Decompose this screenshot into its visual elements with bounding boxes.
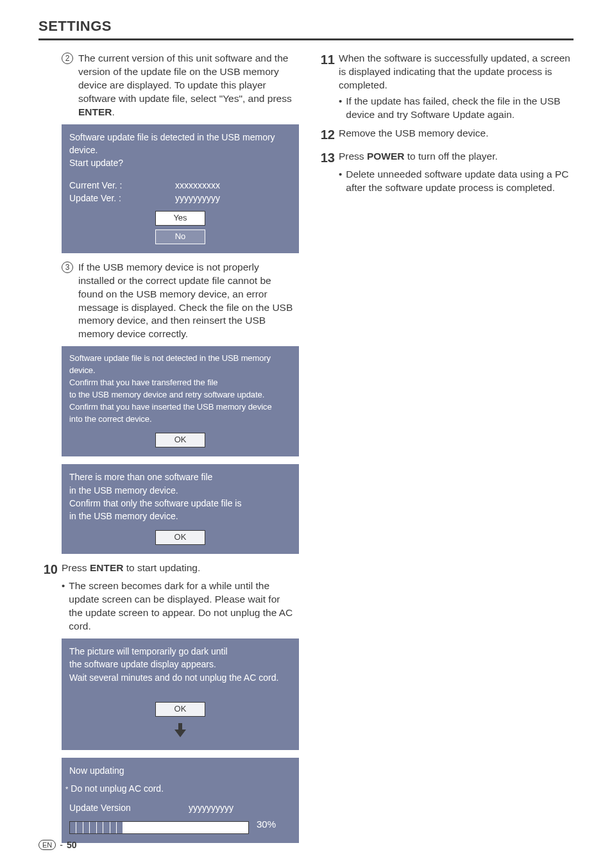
panel-multiple-files: There is more than one software file in …: [62, 464, 299, 554]
current-version-value: xxxxxxxxxx: [159, 179, 236, 192]
title-rule: [38, 38, 574, 40]
dk-l3: Wait several minutes and do not unplug t…: [69, 671, 291, 684]
ok-button-3[interactable]: OK: [155, 702, 205, 717]
progress-bar-fill: [70, 822, 123, 833]
step-13-bullet: • Delete unneeded software update data u…: [316, 168, 574, 195]
bullet-icon-2: •: [339, 95, 342, 122]
step-12-number: 12: [316, 127, 335, 142]
yes-button[interactable]: Yes: [155, 211, 205, 226]
dk-l2: the software update display appears.: [69, 658, 291, 671]
current-version-row: Current Ver. : xxxxxxxxxx: [69, 179, 291, 192]
substep-3-text: If the USB memory device is not properly…: [78, 261, 296, 342]
step-12-text: Remove the USB memory device.: [339, 127, 488, 140]
enter-label: ENTER: [78, 106, 112, 117]
nd-l3: to the USB memory device and retry softw…: [69, 389, 291, 401]
update-version-row: Update Ver. : yyyyyyyyyy: [69, 192, 291, 204]
nd-l2: Confirm that you have transferred the fi…: [69, 377, 291, 389]
enter-label-2: ENTER: [90, 562, 124, 573]
update-version-value-2: yyyyyyyyyy: [189, 801, 234, 814]
pg-l1: Now updating: [69, 764, 291, 777]
arrow-down-icon: [172, 722, 189, 739]
power-label: POWER: [367, 151, 405, 162]
language-badge: EN: [38, 840, 56, 850]
bullet-icon: •: [62, 580, 65, 633]
progress-percent: 30%: [257, 817, 276, 831]
step-13: 13 Press POWER to turn off the player.: [316, 150, 574, 165]
step-11-number: 11: [316, 52, 335, 67]
ok-button-1[interactable]: OK: [155, 433, 205, 447]
page-title: SETTINGS: [38, 18, 574, 35]
step-13-bullet-text: Delete unneeded software update data usi…: [346, 168, 574, 195]
right-column: 11 When the software is successfully upd…: [316, 52, 574, 851]
step-11-text: When the software is successfully update…: [339, 52, 574, 92]
step-10-text: Press ENTER to start updating.: [62, 562, 200, 575]
update-version-label-2: Update Version: [69, 801, 131, 814]
progress-row: 30%: [69, 815, 291, 834]
mf-l3: Confirm that only the software update fi…: [69, 497, 291, 510]
step-10-bullet-text: The screen becomes dark for a while unti…: [69, 580, 296, 633]
bullet-icon-3: •: [339, 168, 342, 195]
current-version-label: Current Ver. :: [69, 179, 159, 192]
step-11-bullet-text: If the update has failed, check the file…: [346, 95, 574, 122]
mf-l2: in the USB memory device.: [69, 484, 291, 497]
substep-2-text: The current version of this unit softwar…: [78, 52, 296, 119]
step-10-text-a: Press: [62, 562, 90, 573]
panel-progress: Now updating *Do not unplug AC cord. Upd…: [62, 758, 299, 843]
pg-l2: Do not unplug AC cord.: [71, 783, 164, 794]
step-10-bullet: • The screen becomes dark for a while un…: [38, 580, 296, 633]
step-13-number: 13: [316, 150, 335, 165]
page-sep: -: [60, 840, 63, 850]
version-table: Current Ver. : xxxxxxxxxx Update Ver. : …: [69, 179, 291, 205]
step-10: 10 Press ENTER to start updating.: [38, 562, 296, 577]
ok-button-2[interactable]: OK: [155, 530, 205, 545]
page: SETTINGS 2 The current version of this u…: [0, 0, 612, 868]
pg-l2-row: *Do not unplug AC cord.: [65, 782, 291, 795]
mf-l4: in the USB memory device.: [69, 510, 291, 522]
panel-not-detected: Software update file is not detected in …: [62, 346, 299, 456]
update-version-label: Update Ver. :: [69, 192, 159, 204]
substep-3: 3 If the USB memory device is not proper…: [38, 261, 296, 342]
progress-bar: [69, 821, 249, 834]
asterisk-icon: *: [65, 785, 68, 793]
page-number: 50: [67, 840, 77, 850]
step-10-text-b: to start updating.: [123, 562, 200, 573]
page-footer: EN - 50: [38, 840, 77, 850]
step-13-text-a: Press: [339, 151, 367, 162]
step-11-bullet: • If the update has failed, check the fi…: [316, 95, 574, 122]
arrow-down-wrap: [69, 722, 291, 739]
panel-detected-line2: Start update?: [69, 156, 291, 169]
step-11: 11 When the software is successfully upd…: [316, 52, 574, 92]
update-version-row-2: Update Version yyyyyyyyyy: [69, 801, 291, 814]
step-13-text: Press POWER to turn off the player.: [339, 150, 498, 163]
substep-2-text-a: The current version of this unit softwar…: [78, 53, 292, 104]
progress-ticks: [70, 822, 123, 833]
substep-2-text-b: .: [112, 106, 115, 117]
step-10-number: 10: [38, 562, 58, 577]
dk-l1: The picture will temporarily go dark unt…: [69, 645, 291, 658]
no-button[interactable]: No: [155, 230, 205, 244]
mf-l1: There is more than one software file: [69, 471, 291, 483]
panel-update-detected: Software update file is detected in the …: [62, 124, 299, 253]
step-12: 12 Remove the USB memory device.: [316, 127, 574, 142]
substep-2: 2 The current version of this unit softw…: [38, 52, 296, 119]
step-13-text-b: to turn off the player.: [405, 151, 498, 162]
panel-detected-line1: Software update file is detected in the …: [69, 131, 291, 157]
nd-l1: Software update file is not detected in …: [69, 353, 291, 377]
left-column: 2 The current version of this unit softw…: [38, 52, 296, 851]
columns: 2 The current version of this unit softw…: [38, 52, 574, 851]
nd-l5: into the correct device.: [69, 413, 291, 426]
update-version-value: yyyyyyyyyy: [159, 192, 236, 204]
nd-l4: Confirm that you have inserted the USB m…: [69, 401, 291, 413]
panel-dark-warning: The picture will temporarily go dark unt…: [62, 638, 299, 750]
circled-number-2: 2: [62, 53, 73, 64]
circled-number-3: 3: [62, 262, 73, 273]
